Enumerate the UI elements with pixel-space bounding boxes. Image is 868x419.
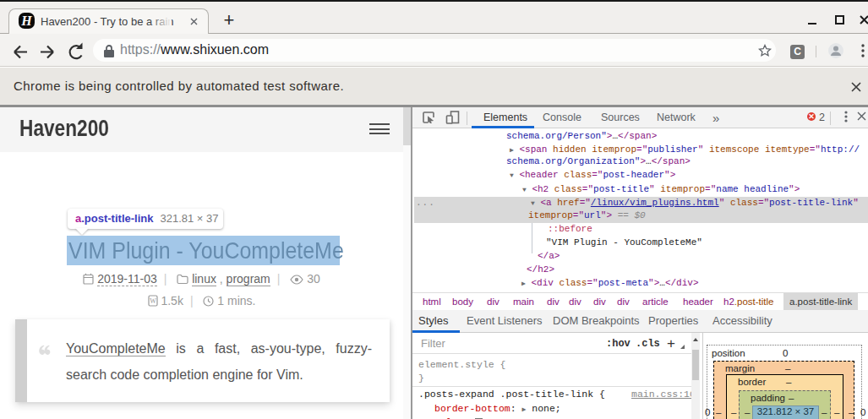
svg-text:W: W	[150, 297, 156, 305]
